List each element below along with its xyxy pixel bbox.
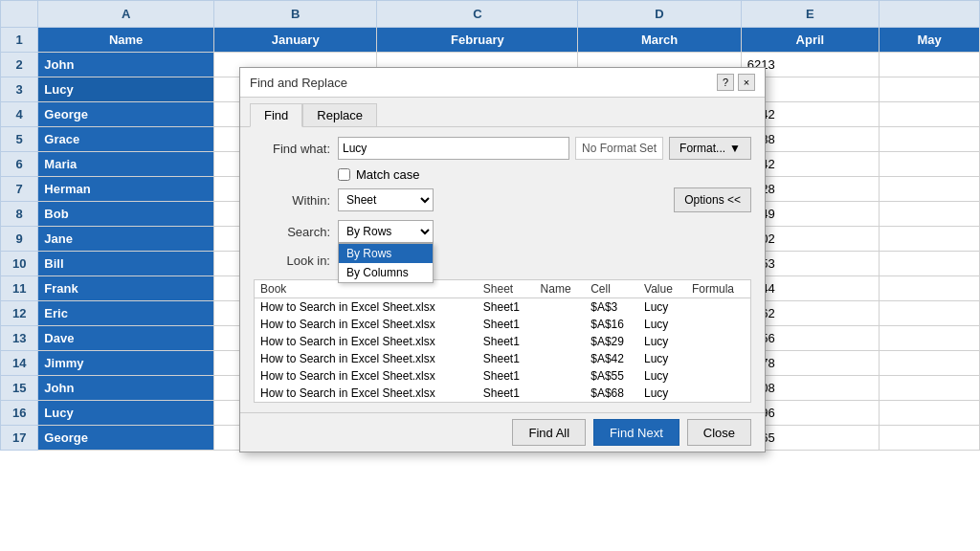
cell-f-11[interactable] — [880, 276, 980, 301]
result-row[interactable]: How to Search in Excel Sheet.xlsxSheet1$… — [255, 333, 750, 350]
cell-a-8[interactable]: Bob — [38, 202, 214, 227]
cell-f-9[interactable] — [880, 227, 980, 252]
cell-d-1[interactable]: March — [578, 28, 742, 53]
result-cell-formula — [686, 367, 750, 385]
dialog-body: Find what: No Format Set Format... ▼ Mat… — [240, 127, 765, 412]
cell-a-4[interactable]: George — [38, 102, 214, 127]
cell-a-15[interactable]: John — [38, 376, 214, 401]
col-header-b[interactable]: B — [213, 1, 377, 28]
cell-f-16[interactable] — [880, 401, 980, 426]
results-col-value: Value — [638, 280, 686, 298]
cell-f-2[interactable] — [880, 53, 980, 77]
search-select[interactable]: By Rows By Columns — [338, 220, 434, 243]
cell-f-12[interactable] — [880, 301, 980, 326]
result-cell-value: Lucy — [638, 385, 686, 402]
no-format-label: No Format Set — [575, 137, 663, 160]
results-col-sheet: Sheet — [478, 280, 535, 298]
result-cell-book: How to Search in Excel Sheet.xlsx — [255, 333, 478, 350]
cell-a-13[interactable]: Dave — [38, 326, 214, 351]
cell-b-1[interactable]: January — [213, 28, 377, 53]
cell-f-8[interactable] — [880, 202, 980, 227]
cell-f-13[interactable] — [880, 326, 980, 351]
tab-find[interactable]: Find — [250, 103, 302, 127]
cell-a-10[interactable]: Bill — [38, 252, 214, 276]
dropdown-item-by-columns[interactable]: By Columns — [339, 263, 433, 282]
options-button[interactable]: Options << — [674, 187, 751, 212]
cell-f-4[interactable] — [880, 102, 980, 127]
result-row[interactable]: How to Search in Excel Sheet.xlsxSheet1$… — [255, 350, 750, 367]
match-case-checkbox[interactable] — [338, 168, 350, 181]
result-cell-name — [535, 367, 586, 385]
result-row[interactable]: How to Search in Excel Sheet.xlsxSheet1$… — [255, 298, 750, 317]
cell-a-6[interactable]: Maria — [38, 152, 214, 177]
cell-f-1[interactable]: May — [880, 28, 980, 53]
cell-a-12[interactable]: Eric — [38, 301, 214, 326]
row-number: 10 — [1, 252, 38, 276]
cell-f-7[interactable] — [880, 177, 980, 202]
result-row[interactable]: How to Search in Excel Sheet.xlsxSheet1$… — [255, 385, 750, 402]
dialog-close-button[interactable]: × — [738, 74, 755, 91]
dropdown-arrow-icon: ▼ — [729, 142, 741, 155]
cell-f-6[interactable] — [880, 152, 980, 177]
cell-f-3[interactable] — [880, 77, 980, 102]
within-input-wrap: Sheet — [338, 188, 666, 211]
row-number: 8 — [1, 202, 38, 227]
close-button[interactable]: Close — [687, 419, 751, 446]
col-header-f — [880, 1, 980, 28]
cell-a-11[interactable]: Frank — [38, 276, 214, 301]
col-header-e[interactable]: E — [741, 1, 879, 28]
row-number: 12 — [1, 301, 38, 326]
result-cell-name — [535, 385, 586, 402]
find-next-button[interactable]: Find Next — [593, 419, 679, 446]
col-header-d[interactable]: D — [578, 1, 742, 28]
cell-a-1[interactable]: Name — [38, 28, 214, 53]
result-cell-cell: $A$42 — [585, 350, 638, 367]
result-cell-cell: $A$3 — [585, 298, 638, 317]
cell-a-14[interactable]: Jimmy — [38, 351, 214, 376]
cell-a-2[interactable]: John — [38, 53, 214, 77]
result-cell-sheet: Sheet1 — [478, 385, 535, 402]
result-cell-book: How to Search in Excel Sheet.xlsx — [255, 367, 478, 385]
cell-f-15[interactable] — [880, 376, 980, 401]
find-all-button[interactable]: Find All — [512, 419, 586, 446]
cell-f-5[interactable] — [880, 127, 980, 152]
dialog-window-controls: ? × — [717, 74, 755, 91]
within-select[interactable]: Sheet — [338, 188, 434, 211]
cell-f-14[interactable] — [880, 351, 980, 376]
result-cell-name — [535, 333, 586, 350]
cell-a-17[interactable]: George — [38, 426, 214, 451]
cell-f-10[interactable] — [880, 252, 980, 276]
result-cell-book: How to Search in Excel Sheet.xlsx — [255, 316, 478, 333]
result-cell-value: Lucy — [638, 316, 686, 333]
row-number: 7 — [1, 177, 38, 202]
search-label: Search: — [254, 225, 330, 239]
results-col-name: Name — [535, 280, 586, 298]
result-cell-cell: $A$29 — [585, 333, 638, 350]
dialog-help-button[interactable]: ? — [717, 74, 734, 91]
cell-a-7[interactable]: Herman — [38, 177, 214, 202]
find-what-input[interactable] — [338, 137, 569, 160]
result-row[interactable]: How to Search in Excel Sheet.xlsxSheet1$… — [255, 316, 750, 333]
cell-a-16[interactable]: Lucy — [38, 401, 214, 426]
result-row[interactable]: How to Search in Excel Sheet.xlsxSheet1$… — [255, 367, 750, 385]
result-cell-book: How to Search in Excel Sheet.xlsx — [255, 385, 478, 402]
result-cell-formula — [686, 333, 750, 350]
result-cell-book: How to Search in Excel Sheet.xlsx — [255, 298, 478, 317]
row-number: 6 — [1, 152, 38, 177]
cell-e-1[interactable]: April — [741, 28, 879, 53]
col-header-a[interactable]: A — [38, 1, 214, 28]
col-header-c[interactable]: C — [377, 1, 578, 28]
find-what-input-wrap: No Format Set Format... ▼ — [338, 137, 751, 160]
cell-a-9[interactable]: Jane — [38, 227, 214, 252]
dropdown-item-by-rows[interactable]: By Rows — [339, 244, 433, 263]
cell-a-5[interactable]: Grace — [38, 127, 214, 152]
result-cell-value: Lucy — [638, 298, 686, 317]
cell-c-1[interactable]: February — [377, 28, 578, 53]
cell-a-3[interactable]: Lucy — [38, 77, 214, 102]
row-number: 14 — [1, 351, 38, 376]
tab-replace[interactable]: Replace — [302, 103, 377, 126]
result-cell-cell: $A$16 — [585, 316, 638, 333]
cell-f-17[interactable] — [880, 426, 980, 451]
look-in-row: Look in: Formulas — [254, 249, 751, 272]
format-button[interactable]: Format... ▼ — [669, 137, 751, 160]
